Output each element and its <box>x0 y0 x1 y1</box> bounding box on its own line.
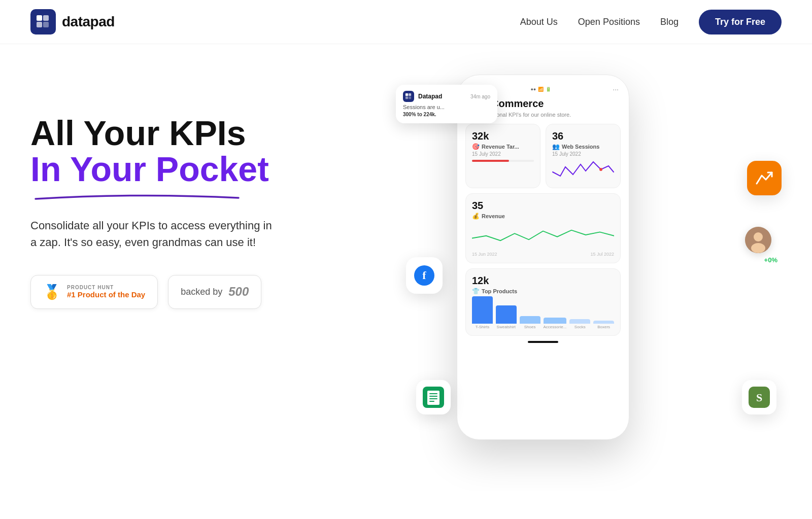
product-hunt-label: PRODUCT HUNT <box>67 285 145 290</box>
kpi3-date-end: 15 Jul 2022 <box>590 252 614 257</box>
bar-accessories <box>544 318 567 324</box>
kpi2-label: Web Sessions <box>562 144 599 150</box>
medal-icon: 🥇 <box>43 284 61 300</box>
svg-point-21 <box>599 168 602 171</box>
hero-badges: 🥇 PRODUCT HUNT #1 Product of the Day bac… <box>30 275 274 309</box>
hero-title-black: All Your KPIs <box>30 115 274 151</box>
navbar: datapad About Us Open Positions Blog Try… <box>0 0 812 44</box>
kpi2-date: 15 July 2022 <box>552 151 614 157</box>
kpi2-chart <box>552 157 614 180</box>
bar-col-2: Sweatshirt <box>496 305 517 329</box>
bar-sweatshirt <box>496 305 517 324</box>
nav-links: About Us Open Positions Blog Try for Fre… <box>520 10 782 34</box>
kpi-card-revenue: 32k 🎯 Revenue Tar... 15 July 2022 <box>465 124 540 188</box>
svg-rect-4 <box>405 93 408 96</box>
kpi1-label: Revenue Tar... <box>482 144 519 150</box>
kpi3-date-start: 15 Jun 2022 <box>472 252 497 257</box>
hero-title-purple: In Your Pocket <box>30 151 274 187</box>
bar-col-5: Socks <box>569 319 590 329</box>
svg-rect-0 <box>37 15 42 21</box>
nav-open-positions[interactable]: Open Positions <box>578 17 640 27</box>
nav-about-us[interactable]: About Us <box>520 17 558 27</box>
bar-label-1: T-Shirts <box>476 325 490 329</box>
logo-name: datapad <box>62 14 115 30</box>
hero-section: All Your KPIs In Your Pocket Consolidate… <box>0 44 812 491</box>
bar-label-2: Sweatshirt <box>497 325 516 329</box>
svg-rect-7 <box>409 96 411 99</box>
hero-right: Datapad 34m ago Sessions are u... 300% t… <box>396 75 782 430</box>
notif-app-icon <box>403 91 414 102</box>
backed-brand: 500 <box>228 285 249 299</box>
svg-rect-1 <box>43 15 49 21</box>
svg-rect-2 <box>37 22 42 27</box>
logo[interactable]: datapad <box>30 9 115 34</box>
bar-col-4: Accessorie... <box>544 318 567 329</box>
bar-tshirts <box>472 296 493 324</box>
svg-rect-3 <box>43 22 49 27</box>
notif-pct: 300% to 224k. <box>403 112 490 117</box>
product-hunt-badge: 🥇 PRODUCT HUNT #1 Product of the Day <box>30 275 158 309</box>
svg-rect-5 <box>409 93 411 96</box>
phone-mockup: ‹ ●● 📶 🔋 ··· 🔍 E-Commerce Daily operatio… <box>457 75 629 440</box>
kpi3-label: Revenue <box>482 213 505 219</box>
kpi3-value: 35 <box>472 200 614 212</box>
shopify-icon-float: S <box>742 380 776 414</box>
user-avatar <box>745 227 771 253</box>
nav-blog[interactable]: Blog <box>660 17 679 27</box>
backed-prefix: backed by <box>181 287 222 297</box>
logo-icon <box>30 9 56 34</box>
bar-col-3: Shoes <box>520 316 540 329</box>
svg-rect-15 <box>429 401 434 402</box>
bar-shoes <box>520 316 540 324</box>
kpi4-label: Top Products <box>482 288 517 294</box>
svg-rect-6 <box>405 96 408 99</box>
notif-title: Datapad <box>418 93 442 100</box>
svg-text:S: S <box>756 391 762 404</box>
bar-socks <box>569 319 590 324</box>
kpi3-chart <box>472 221 614 249</box>
hero-left: All Your KPIs In Your Pocket Consolidate… <box>30 75 274 309</box>
try-for-free-button[interactable]: Try for Free <box>699 10 782 34</box>
notification-card: Datapad 34m ago Sessions are u... 300% t… <box>396 85 497 123</box>
kpi-card-sessions: 36 👥 Web Sessions 15 July 2022 <box>546 124 621 188</box>
kpi-card-revenue-full: 35 💰 Revenue 15 Jun 2022 15 Jul 2022 <box>465 193 621 263</box>
notif-time: 34m ago <box>470 94 490 99</box>
svg-rect-12 <box>429 393 437 394</box>
hero-underline <box>30 192 274 203</box>
bar-col-6: Boxers <box>593 321 614 329</box>
bar-label-3: Shoes <box>524 325 536 329</box>
kpi2-value: 36 <box>552 130 614 142</box>
bar-col-1: T-Shirts <box>472 296 493 329</box>
products-bar-chart: T-Shirts Sweatshirt Shoes Accessori <box>472 299 614 329</box>
product-hunt-rank: #1 Product of the Day <box>67 290 145 299</box>
more-options-icon[interactable]: ··· <box>613 85 619 93</box>
kpi1-bar-fill <box>472 160 509 162</box>
notif-body: Sessions are u... <box>403 104 490 110</box>
bar-label-6: Boxers <box>597 325 610 329</box>
phone-screen: ‹ ●● 📶 🔋 ··· 🔍 E-Commerce Daily operatio… <box>465 85 621 429</box>
svg-rect-13 <box>429 396 437 397</box>
percentage-label: +0% <box>764 256 777 264</box>
kpi-card-products: 12k 👕 Top Products T-Shirts Sweatshirt <box>465 268 621 336</box>
phone-home-indicator <box>528 341 558 343</box>
product-hunt-text: PRODUCT HUNT #1 Product of the Day <box>67 285 145 299</box>
kpi1-bar <box>472 160 534 162</box>
svg-point-17 <box>754 232 763 241</box>
bar-label-5: Socks <box>574 325 586 329</box>
backed-badge: backed by 500 <box>168 275 261 309</box>
svg-point-18 <box>751 243 765 253</box>
svg-text:f: f <box>422 269 426 282</box>
kpi-row-1: 32k 🎯 Revenue Tar... 15 July 2022 36 <box>465 124 621 188</box>
svg-rect-11 <box>427 391 439 405</box>
kpi1-value: 32k <box>472 130 534 142</box>
analytics-icon-float <box>747 161 782 195</box>
hero-description: Consolidate all your KPIs to access ever… <box>30 217 274 251</box>
bar-boxers <box>593 321 614 324</box>
sheets-icon-float <box>416 380 451 414</box>
svg-rect-14 <box>429 398 437 399</box>
bar-label-4: Accessorie... <box>544 325 567 329</box>
facebook-icon-float: f <box>406 257 443 294</box>
kpi4-value: 12k <box>472 275 614 287</box>
kpi1-date: 15 July 2022 <box>472 151 534 157</box>
